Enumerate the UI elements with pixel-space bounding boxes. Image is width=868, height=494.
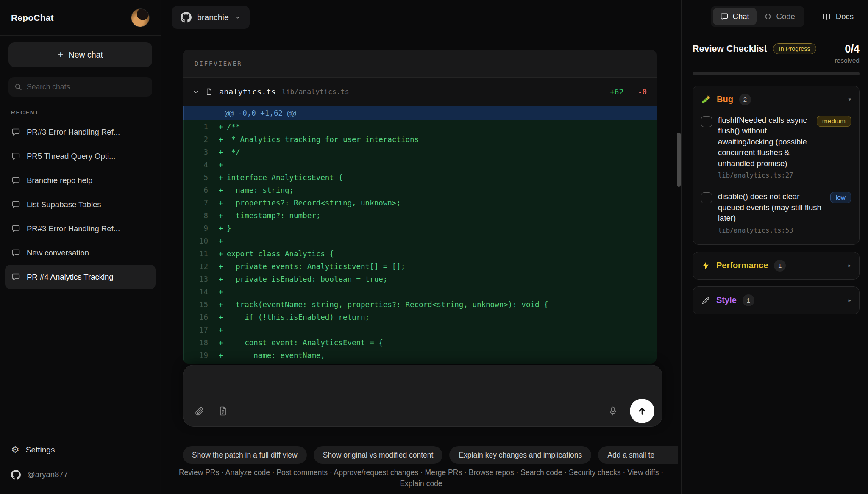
suggestion-chip[interactable]: Explain key changes and implications (449, 446, 591, 464)
status-badge: In Progress (773, 43, 816, 54)
section-style-header[interactable]: Style 1 ▸ (693, 287, 859, 314)
hunk-header: @@ -0,0 +1,62 @@ (183, 106, 657, 120)
chat-bubble-icon (11, 176, 20, 185)
sidebar-header: RepoChat (0, 0, 161, 36)
diff-panel-titlebar: DIFFVIEWER (183, 50, 657, 77)
section-performance-count: 1 (774, 260, 786, 272)
severity-badge: medium (817, 116, 851, 127)
diff-line: 10+ (183, 235, 657, 247)
diff-line: 18+ const event: AnalyticsEvent = { (183, 336, 657, 349)
voice-input-button[interactable] (606, 404, 620, 418)
section-style-count: 1 (743, 294, 754, 306)
section-bug-count: 2 (739, 94, 751, 105)
account-button[interactable]: @aryan877 (11, 464, 150, 485)
scrollbar-thumb[interactable] (677, 133, 681, 187)
attach-document-button[interactable] (216, 404, 230, 418)
checklist-item: disable() does not clear queued events (… (701, 191, 851, 234)
message-input[interactable] (183, 365, 662, 400)
user-avatar[interactable] (131, 8, 150, 27)
chat-bubble-icon (11, 128, 20, 136)
chat-item[interactable]: Branchie repo help (5, 168, 156, 192)
repo-selector[interactable]: branchie (172, 6, 250, 29)
suggestion-chip[interactable]: Add a small te (598, 446, 678, 464)
chat-item[interactable]: New conversation (5, 241, 156, 265)
resolved-count: 0/4 (835, 43, 860, 55)
diff-file-row[interactable]: analytics.ts lib/analytics.ts +62 -0 (183, 77, 657, 106)
tab-chat[interactable]: Chat (713, 8, 757, 25)
code-brackets-icon (764, 12, 772, 21)
section-performance-header[interactable]: Performance 1 ▸ (693, 252, 859, 279)
lightning-icon (701, 261, 710, 270)
chat-bubble-icon (11, 248, 20, 257)
item-location: lib/analytics.ts:53 (718, 227, 824, 234)
review-panel: Chat Code Docs Review Checklist In Progr… (681, 0, 868, 494)
diff-line: 3+ */ (183, 146, 657, 158)
severity-badge: low (830, 192, 851, 203)
diff-line: 9+} (183, 222, 657, 235)
deletions-count: -0 (638, 88, 647, 96)
additions-count: +62 (610, 88, 623, 96)
item-text: disable() does not clear queued events (… (718, 191, 824, 224)
composer-toolbar (183, 400, 662, 426)
chat-item-active[interactable]: PR #4 Analytics Tracking (5, 265, 156, 289)
new-chat-button[interactable]: + New chat (8, 42, 152, 67)
diff-line: 14+ (183, 286, 657, 298)
github-icon (181, 12, 192, 23)
diff-line: 4+ (183, 158, 657, 171)
chat-item[interactable]: PR#3 Error Handling Ref... (5, 120, 156, 144)
attach-file-button[interactable] (192, 404, 206, 418)
chat-bubble-icon (11, 224, 20, 233)
chat-bubble-icon (11, 200, 20, 209)
search-icon (14, 83, 22, 91)
diff-code-area: @@ -0,0 +1,62 @@ 1+/** 2+ * Analytics tr… (183, 106, 657, 364)
tab-code[interactable]: Code (757, 8, 802, 25)
item-checkbox[interactable] (701, 192, 712, 203)
diff-line: 1+/** (183, 120, 657, 133)
search-input[interactable] (27, 83, 146, 92)
document-icon (218, 406, 228, 416)
repo-name: branchie (197, 13, 229, 22)
app-root: RepoChat + New chat RECENT PR#3 Error Ha… (0, 0, 868, 494)
sidebar-footer: ⚙ Settings @aryan877 (0, 433, 161, 494)
diff-viewer-panel: DIFFVIEWER analytics.ts lib/analytics.ts… (183, 50, 657, 364)
section-style-label: Style (716, 295, 737, 305)
diff-line: 8+ timestamp?: number; (183, 209, 657, 222)
settings-button[interactable]: ⚙ Settings (11, 440, 150, 460)
book-icon (822, 12, 831, 21)
sidebar: RepoChat + New chat RECENT PR#3 Error Ha… (0, 0, 161, 494)
item-checkbox[interactable] (701, 116, 712, 127)
diff-line: 17+ (183, 324, 657, 336)
collapse-chevron-icon[interactable] (192, 89, 199, 95)
section-performance: Performance 1 ▸ (693, 252, 860, 280)
diff-line: 6+ name: string; (183, 184, 657, 197)
diff-line: 12+ private events: AnalyticsEvent[] = [… (183, 260, 657, 273)
item-location: lib/analytics.ts:27 (718, 172, 811, 179)
checklist-progress-bar (693, 72, 860, 75)
chat-item[interactable]: List Supabase Tables (5, 192, 156, 216)
diff-line: 19+ name: eventName, (183, 349, 657, 362)
chevron-collapsed-icon: ▸ (848, 297, 851, 303)
chat-list: PR#3 Error Handling Ref... PR5 Thread Qu… (0, 120, 161, 289)
tab-docs[interactable]: Docs (822, 12, 854, 21)
chat-item[interactable]: PR5 Thread Query Opti... (5, 144, 156, 168)
app-title: RepoChat (11, 13, 54, 23)
suggestion-chip[interactable]: Show original vs modified content (314, 446, 443, 464)
chat-item[interactable]: PR#3 Error Handling Ref... (5, 216, 156, 241)
diff-line: 15+ track(eventName: string, properties?… (183, 298, 657, 311)
send-button[interactable] (630, 399, 654, 423)
bug-icon (701, 94, 711, 104)
search-chats-box (8, 77, 152, 97)
resolved-label: resolved (835, 57, 860, 64)
section-bug-header[interactable]: Bug 2 ▾ (693, 86, 859, 113)
section-bug-label: Bug (717, 94, 733, 104)
gear-icon: ⚙ (11, 445, 19, 455)
diff-line: 2+ * Analytics tracking for user interac… (183, 133, 657, 146)
suggestion-chip[interactable]: Show the patch in a full diff view (183, 446, 307, 464)
chat-bubble-icon (720, 12, 729, 21)
diff-file-path: lib/analytics.ts (282, 88, 349, 96)
plus-icon: + (58, 49, 63, 61)
diff-line: 16+ if (!this.isEnabled) return; (183, 311, 657, 324)
recent-label: RECENT (11, 109, 150, 116)
chevron-down-icon (234, 14, 241, 21)
section-bug: Bug 2 ▾ flushIfNeeded calls async flush(… (693, 86, 860, 245)
